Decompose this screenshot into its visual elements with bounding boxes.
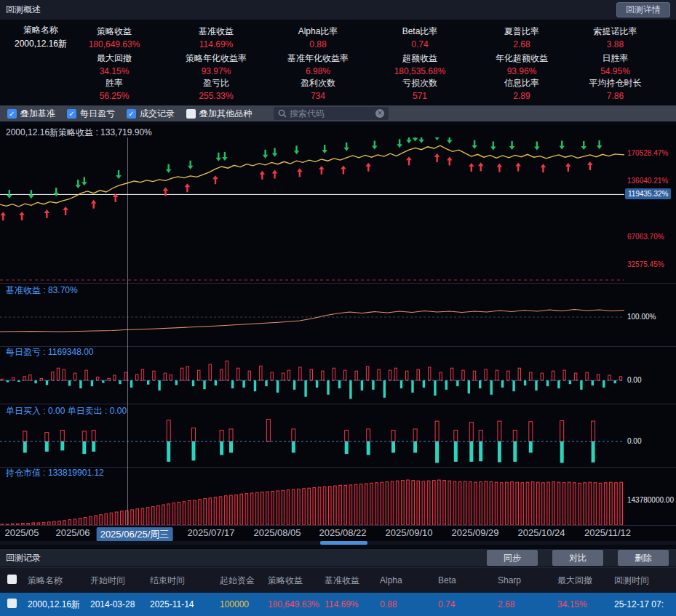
stat-label: 平均持仓时长 — [589, 77, 642, 89]
stat-cell: 信息比率2.89 — [489, 76, 554, 101]
stat-label: 策略收益 — [97, 25, 132, 38]
stat-value: 34.15% — [100, 66, 130, 76]
stat-label: 年化超额收益 — [496, 52, 548, 65]
x-axis-label-highlighted[interactable]: 2025/06/25/周三 — [97, 527, 173, 542]
delete-button[interactable]: 删除 — [618, 550, 669, 566]
x-axis-label[interactable]: 2025/08/05 — [253, 527, 301, 538]
checkbox-checked-icon[interactable]: ✓ — [67, 109, 76, 119]
row-cell: 34.15% — [554, 599, 611, 609]
toolbar-checkbox-item[interactable]: ✓每日盈亏 — [67, 108, 115, 120]
column-header[interactable]: 最大回撤 — [554, 575, 611, 587]
stat-label: 盈亏比 — [203, 77, 229, 89]
stat-label: 信息比率 — [504, 77, 539, 89]
checkbox-unchecked-icon[interactable] — [186, 109, 196, 119]
records-table-header: 策略名称开始时间结束时间起始资金策略收益基准收益AlphaBetaSharp最大… — [0, 567, 676, 593]
scrollbar-thumb[interactable] — [320, 541, 367, 545]
stat-label: 盈利次数 — [301, 77, 335, 89]
clear-search-icon[interactable]: × — [375, 109, 384, 118]
search-box[interactable]: × — [274, 107, 389, 120]
stat-value: 0.88 — [309, 39, 326, 49]
row-cell: 0.88 — [377, 599, 435, 609]
x-axis-label[interactable]: 2025/09/10 — [385, 527, 432, 538]
x-axis-label[interactable]: 2025/11/12 — [584, 527, 631, 538]
compare-button[interactable]: 对比 — [552, 550, 603, 566]
column-header[interactable]: 策略名称 — [25, 575, 87, 587]
column-header[interactable]: 结束时间 — [147, 575, 217, 587]
daily-trades-chart[interactable] — [0, 416, 624, 467]
checkbox-checked-icon[interactable]: ✓ — [127, 109, 136, 119]
row-cell: 114.69% — [322, 599, 377, 609]
row-cell: 180,649.63% — [265, 599, 322, 609]
x-axis-label[interactable]: 2025/10/24 — [517, 527, 565, 538]
stat-cell: 策略名称2000,12.16新 — [0, 23, 81, 52]
column-header[interactable]: 基准收益 — [322, 575, 377, 587]
row-checkbox[interactable] — [7, 599, 17, 608]
chart-scrollbar[interactable] — [0, 541, 676, 545]
column-header[interactable]: Sharp — [495, 575, 554, 585]
stat-value: 93.97% — [202, 66, 231, 76]
backtest-overview-app: 回测概述 回测详情 策略名称2000,12.16新策略收益180,649.63%… — [0, 0, 676, 616]
stat-label: Alpha比率 — [298, 25, 338, 38]
stat-value: 2.68 — [513, 39, 530, 49]
stat-label: 胜率 — [106, 77, 123, 89]
stat-cell: 年化超额收益93.96% — [489, 52, 554, 76]
page-title: 回测概述 — [6, 4, 41, 16]
records-table-row[interactable]: 2000,12.16新2014-03-282025-11-14100000180… — [0, 593, 676, 616]
stat-label: Beta比率 — [402, 25, 438, 38]
x-axis-label[interactable]: 2025/09/29 — [451, 527, 498, 538]
strategy-return-chart[interactable] — [0, 137, 624, 283]
search-input[interactable] — [290, 108, 373, 119]
checkbox-checked-icon[interactable]: ✓ — [7, 109, 17, 119]
pnl-zero-label: 0.00 — [627, 376, 641, 384]
backtest-detail-button[interactable]: 回测详情 — [616, 2, 670, 17]
column-header[interactable]: Alpha — [377, 575, 435, 585]
toolbar-checkbox-item[interactable]: 叠加其他品种 — [186, 108, 252, 120]
sync-button[interactable]: 同步 — [487, 550, 538, 566]
daily-pnl-chart[interactable] — [0, 357, 624, 404]
stat-cell: 策略收益180,649.63% — [81, 23, 147, 52]
stat-cell: 索提诺比率3.88 — [554, 23, 676, 52]
chart-toolbar: ✓叠加基准✓每日盈亏✓成交记录叠加其他品种 × — [0, 105, 676, 121]
stat-label: 基准年化收益率 — [287, 52, 349, 65]
stat-cell: 超额收益180,535.68% — [351, 52, 489, 76]
column-header[interactable]: 开始时间 — [87, 575, 147, 587]
column-header[interactable]: 回测时间 — [611, 575, 676, 587]
x-axis-label[interactable]: 2025/06 — [56, 527, 90, 538]
y-axis-label: 67063.70% — [627, 233, 664, 241]
search-icon — [278, 109, 287, 118]
toolbar-checkbox-item[interactable]: ✓成交记录 — [127, 108, 175, 120]
stat-value: 114.69% — [199, 39, 233, 49]
x-axis-label[interactable]: 2025/08/22 — [319, 527, 366, 538]
stat-cell: 盈亏比255.33% — [147, 76, 285, 101]
stat-cell: 夏普比率2.68 — [489, 23, 554, 52]
position-value-chart[interactable] — [0, 478, 624, 525]
stat-label: 策略名称 — [23, 24, 58, 36]
stat-label: 亏损次数 — [402, 77, 437, 89]
stat-cell: Beta比率0.74 — [351, 23, 489, 52]
stat-value: 54.95% — [600, 66, 630, 76]
benchmark-return-chart[interactable] — [0, 295, 624, 346]
select-all-checkbox[interactable] — [7, 575, 17, 584]
stat-cell: Alpha比率0.88 — [285, 23, 351, 52]
checkbox-group: ✓叠加基准✓每日盈亏✓成交记录叠加其他品种 — [7, 108, 252, 120]
stat-spacer — [0, 52, 81, 76]
charts-panel: 2000,12.16新策略收益 : 133,719.90% 基准收益 : 83.… — [0, 125, 676, 545]
section-divider — [0, 346, 676, 347]
x-axis-label[interactable]: 2025/05 — [5, 527, 39, 538]
stat-cell: 日胜率54.95% — [554, 52, 676, 76]
stat-value: 7.86 — [607, 91, 624, 101]
checkbox-label: 每日盈亏 — [80, 108, 115, 120]
row-cell: 2025-11-14 — [147, 599, 217, 609]
stat-label: 索提诺比率 — [594, 25, 637, 38]
current-value-tag: 119435.32% — [625, 188, 671, 199]
column-header[interactable]: 起始资金 — [217, 575, 265, 587]
column-header[interactable]: 策略收益 — [265, 575, 322, 587]
benchmark-axis-label: 100.00% — [627, 313, 656, 321]
column-header[interactable]: Beta — [435, 575, 495, 585]
records-title: 回测记录 — [6, 552, 41, 564]
row-checkbox-cell — [0, 599, 25, 610]
x-axis-label[interactable]: 2025/07/17 — [187, 527, 234, 538]
stats-panel: 策略名称2000,12.16新策略收益180,649.63%基准收益114.69… — [0, 20, 676, 105]
toolbar-checkbox-item[interactable]: ✓叠加基准 — [7, 108, 55, 120]
stat-value: 2.89 — [513, 91, 530, 101]
